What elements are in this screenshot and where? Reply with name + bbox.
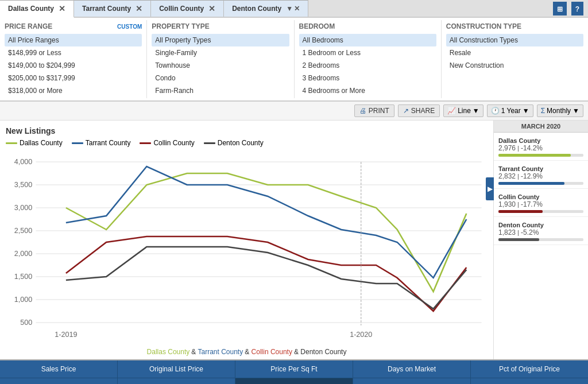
sidebar-stat-collin[interactable]: Collin County 1,930 | -17.7% [494,189,588,217]
legend-denton: Denton County [204,139,264,147]
filter-price-3[interactable]: $205,000 to $317,999 [5,72,142,84]
filter-price-2[interactable]: $149,000 to $204,999 [5,59,142,72]
sidebar-stat-dallas[interactable]: Dallas County 2,976 | -14.2% [494,133,588,161]
footer-tarrant: Tarrant County [198,348,243,356]
legend-dallas-label: Dallas County [20,139,63,147]
print-button[interactable]: 🖨 PRINT [354,104,394,117]
filter-proptype-2[interactable]: Townhouse [152,59,289,72]
filter-bedroom-all[interactable]: All Bedrooms [299,34,436,46]
bottom-tab-original-list[interactable]: Original List Price [118,360,235,378]
svg-text:2,000: 2,000 [14,250,33,258]
time-range-select[interactable]: 🕐 1 Year ▼ [487,104,533,117]
sidebar-dallas-value: 2,976 | -14.2% [498,144,583,152]
filter-price-1[interactable]: $148,999 or Less [5,46,142,59]
tab-dallas[interactable]: Dallas County ✕ [0,0,74,18]
legend-tarrant-label: Tarrant County [86,139,131,147]
filter-price-range-title: PRICE RANGE [5,22,52,30]
sidebar-stat-denton[interactable]: Denton County 1,823 | -5.2% [494,217,588,245]
filter-bedroom-4[interactable]: 4 Bedrooms or More [299,84,436,97]
tab-collin-close[interactable]: ✕ [208,4,215,13]
sidebar-denton-value: 1,823 | -5.2% [498,228,583,236]
tab-tarrant-close[interactable]: ✕ [136,4,142,13]
chart-legend: Dallas County Tarrant County Collin Coun… [6,139,488,147]
filter-bedroom-title: BEDROOM [299,22,335,30]
chart-type-label: Line [458,107,471,115]
tab-dallas-label: Dallas County [8,5,54,13]
help-icon-btn[interactable]: ? [571,2,583,15]
tab-icons: ⊞ ? [548,0,588,17]
filter-proptype-4[interactable]: Farm-Ranch [152,84,289,97]
filter-proptype-1[interactable]: Single-Family [152,46,289,59]
legend-dallas: Dallas County [6,139,63,147]
svg-text:2,500: 2,500 [14,227,33,235]
filter-property-type-header: PROPERTY TYPE [152,21,289,32]
svg-text:4,000: 4,000 [14,158,33,166]
share-label: SHARE [411,107,435,115]
bottom-tab-price-sqft[interactable]: Price Per Sq Ft [235,360,353,378]
filter-constr-1[interactable]: Resale [446,46,583,59]
filter-bedroom-3[interactable]: 3 Bedrooms [299,72,436,84]
filter-constr-2[interactable]: New Construction [446,59,583,72]
filter-property-type-title: PROPERTY TYPE [152,22,209,30]
period-label: Monthly [547,107,571,115]
period-select[interactable]: Σ Monthly ▼ [537,104,583,117]
svg-text:1-2019: 1-2019 [55,331,77,339]
bottom-tab-pct-original[interactable]: Pct of Original Price [471,360,588,378]
bottom-tab-new-listings[interactable]: New Listings [235,378,353,384]
tab-tarrant[interactable]: Tarrant County ✕ [74,0,151,17]
tab-collin[interactable]: Collin County ✕ [151,0,224,17]
chart-title: New Listings [6,126,488,135]
bottom-tab-closed-sales[interactable]: Closed Sales [471,378,588,384]
svg-text:3,000: 3,000 [14,204,33,212]
filter-price-range-custom[interactable]: CUSTOM [117,24,142,30]
filter-price-4[interactable]: $318,000 or More [5,84,142,97]
legend-collin: Collin County [140,139,194,147]
line-chart-icon: 📈 [447,107,456,115]
chart-wrapper: 4,000 3,500 3,000 2,500 2,000 1,500 1,00… [6,150,488,346]
sidebar-toggle[interactable]: ▶ [486,177,494,200]
tab-dallas-close[interactable]: ✕ [59,4,65,13]
filter-proptype-all[interactable]: All Property Types [152,34,289,46]
share-icon: ↗ [403,107,409,115]
filter-bedroom-header: BEDROOM [299,21,436,32]
tab-denton-close-x[interactable]: ✕ [294,5,300,13]
sigma-icon: Σ [541,107,545,115]
chart-area: New Listings Dallas County Tarrant Count… [0,121,493,359]
sidebar-tarrant-bar [498,182,564,185]
tab-denton-arrow-down[interactable]: ▼ [286,5,293,13]
sidebar-month-label: MARCH 2020 [494,121,588,133]
bottom-tab-homes-for-sale[interactable]: Homes for Sale [118,378,235,384]
filter-bedroom-1[interactable]: 1 Bedroom or Less [299,46,436,59]
footer-amp2: & [245,348,251,356]
sidebar-tarrant-value: 2,832 | -12.9% [498,172,583,180]
share-button[interactable]: ↗ SHARE [398,104,440,117]
bottom-tab-pending-sales[interactable]: Pending Sales [353,378,471,384]
chart-footer: Dallas County & Tarrant County & Collin … [6,346,488,359]
chart-type-select[interactable]: 📈 Line ▼ [443,104,483,117]
sidebar-denton-bar [498,238,539,241]
footer-dallas: Dallas County [147,348,190,356]
legend-dallas-dot [6,142,17,144]
tab-denton-arrows: ▼ ✕ [286,5,300,13]
filter-property-type: PROPERTY TYPE All Property Types Single-… [147,20,294,98]
print-label: PRINT [369,107,389,115]
sidebar-stat-tarrant[interactable]: Tarrant County 2,832 | -12.9% [494,161,588,189]
filter-bedroom-2[interactable]: 2 Bedrooms [299,59,436,72]
sidebar-content: ▶ Dallas County 2,976 | -14.2% Tarrant C… [494,133,588,245]
filter-icon-btn[interactable]: ⊞ [553,2,567,15]
filter-constr-all[interactable]: All Construction Types [446,34,583,46]
svg-text:1-2020: 1-2020 [350,331,372,339]
tab-denton[interactable]: Denton County ▼ ✕ [224,0,308,17]
filter-construction-type-title: CONSTRUCTION TYPE [446,22,521,30]
bottom-tab-sales-price[interactable]: Sales Price [0,360,118,378]
toolbar: 🖨 PRINT ↗ SHARE 📈 Line ▼ 🕐 1 Year ▼ Σ Mo… [0,102,588,121]
svg-text:1,500: 1,500 [14,273,33,281]
legend-tarrant-dot [72,142,83,144]
filters-area: PRICE RANGE CUSTOM All Price Ranges $148… [0,18,588,102]
tab-tarrant-label: Tarrant County [82,5,131,13]
filter-price-all[interactable]: All Price Ranges [5,34,142,46]
filter-proptype-3[interactable]: Condo [152,72,289,84]
bottom-tab-months-supply[interactable]: Months Supply [0,378,118,384]
bottom-tab-days-on-market[interactable]: Days on Market [353,360,471,378]
legend-denton-label: Denton County [218,139,264,147]
